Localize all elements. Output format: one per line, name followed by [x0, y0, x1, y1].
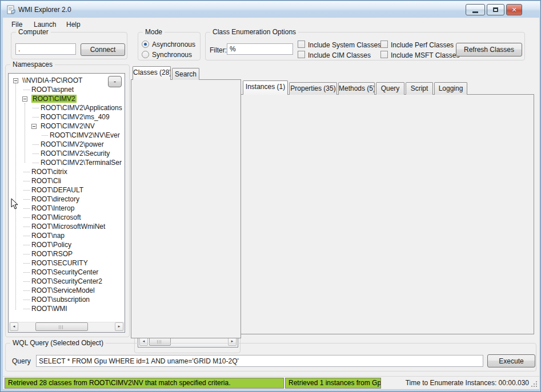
title-bar[interactable]: WMI Explorer 2.0 ✕: [1, 1, 540, 18]
tab-methods[interactable]: Methods (5): [338, 82, 375, 95]
tree-collapse-icon[interactable]: [31, 124, 37, 129]
tree-item[interactable]: ROOT\RSOP: [9, 249, 125, 258]
tree-item[interactable]: ROOT\CIMV2\Applications: [9, 103, 125, 112]
refresh-classes-button[interactable]: Refresh Classes: [456, 43, 522, 56]
tree-item[interactable]: ROOT\MicrosoftWmiNet: [9, 222, 125, 231]
tree-item[interactable]: ROOT\CIMV2\power: [9, 140, 125, 149]
checkbox-include-system-classes[interactable]: [298, 41, 305, 48]
tree-item-label: ROOT\WMI: [31, 305, 67, 313]
tree-collapse-icon[interactable]: [22, 96, 27, 102]
close-icon: ✕: [511, 6, 516, 14]
scroll-thumb[interactable]: [35, 322, 88, 331]
tree-item[interactable]: ROOT\CIMV2\Security: [9, 149, 125, 158]
scroll-left-icon[interactable]: ◄: [10, 322, 18, 331]
status-instances-message: Retrieved 1 instances from Gpu: [285, 378, 381, 389]
tree-item-label: ROOT\DEFAULT: [31, 186, 83, 194]
tree-item[interactable]: ROOT\SecurityCenter2: [9, 277, 125, 286]
close-button[interactable]: ✕: [506, 4, 522, 15]
minimize-button[interactable]: [466, 4, 485, 15]
tree-connector: [33, 144, 39, 145]
tree-connector: [23, 217, 30, 218]
tree-item[interactable]: ROOT\Microsoft: [9, 213, 125, 222]
maximize-icon: [493, 7, 498, 12]
tree-item[interactable]: ROOT\WMI: [9, 304, 125, 313]
connect-button[interactable]: Connect: [81, 43, 125, 56]
mouse-cursor-icon: [11, 198, 18, 209]
tree-connector: [33, 153, 39, 154]
classes-page: [131, 79, 241, 338]
radio-asynchronous[interactable]: [142, 41, 149, 48]
tree-connector: [33, 163, 39, 163]
tree-item[interactable]: ROOT\CIMV2\NV\Ever: [9, 131, 125, 140]
tab-query[interactable]: Query: [376, 82, 404, 95]
resize-grip-icon[interactable]: [536, 381, 537, 382]
namespaces-group-label: Namespaces: [10, 60, 55, 68]
computer-group-label: Computer: [16, 28, 51, 36]
tree-item[interactable]: ROOT\SecurityCenter: [9, 268, 125, 277]
tree-item[interactable]: ROOT\nap: [9, 231, 125, 240]
tree-connector: [23, 190, 30, 191]
tree-item[interactable]: ROOT\CIMV2\NV: [9, 122, 125, 131]
checkbox-include-cim-classes-label: Include CIM Classes: [308, 51, 371, 59]
tree-item[interactable]: ROOT\citrix: [9, 167, 125, 176]
maximize-button[interactable]: [487, 4, 504, 15]
tree-item[interactable]: ROOT\CIMV2\ms_409: [9, 112, 125, 122]
tree-connector: [23, 309, 30, 309]
checkbox-include-perf-classes-label: Include Perf Classes: [391, 41, 454, 49]
tree-item-label: ROOT\SECURITY: [31, 259, 88, 267]
tree-item-label: ROOT\MicrosoftWmiNet: [31, 223, 105, 231]
tree-connector: [23, 181, 30, 181]
tree-item[interactable]: ROOT\Interop: [9, 204, 125, 213]
class-filter-input[interactable]: [227, 43, 293, 55]
tree-item-label: ROOT\CIMV2\NV: [41, 122, 95, 130]
tree-item[interactable]: ROOT\aspnet: [9, 85, 125, 94]
tab-instances[interactable]: Instances (1): [243, 80, 288, 95]
tree-item-label: ROOT\SecurityCenter2: [31, 277, 102, 285]
tree-item[interactable]: ROOT\CIMV2: [9, 94, 125, 103]
tree-item[interactable]: \\NVIDIA-PC\ROOT: [9, 76, 125, 85]
wql-query-group-label: WQL Query (Selected Object): [10, 339, 106, 347]
app-icon: [6, 5, 15, 14]
tree-item[interactable]: ROOT\DEFAULT: [9, 185, 125, 195]
tab-search[interactable]: Search: [172, 68, 199, 80]
tree-item-label: ROOT\directory: [31, 195, 79, 203]
tree-item[interactable]: ROOT\subscription: [9, 295, 125, 304]
checkbox-include-cim-classes[interactable]: [298, 51, 305, 58]
tree-item-label: ROOT\CIMV2\TerminalSer: [41, 159, 122, 167]
tab-classes[interactable]: Classes (28): [133, 66, 171, 80]
scroll-right-icon[interactable]: ►: [115, 322, 123, 331]
tree-item[interactable]: ROOT\Cli: [9, 176, 125, 185]
tab-script[interactable]: Script: [406, 82, 433, 95]
tree-item[interactable]: ROOT\directory: [9, 195, 125, 204]
tab-logging[interactable]: Logging: [434, 82, 467, 95]
tree-item[interactable]: ROOT\ServiceModel: [9, 286, 125, 295]
tree-item-label: ROOT\CIMV2\ms_409: [41, 113, 110, 121]
checkbox-include-msft-classes[interactable]: [380, 51, 388, 58]
tree-item[interactable]: ROOT\Policy: [9, 240, 125, 249]
app-window: WMI Explorer 2.0 ✕ File Launch Help Comp…: [0, 0, 541, 392]
tree-item-label: ROOT\RSOP: [31, 250, 73, 258]
tree-item[interactable]: ROOT\CIMV2\TerminalSer: [9, 158, 125, 167]
tree-connector: [23, 172, 30, 172]
tree-connector: [23, 290, 30, 291]
tree-item-label: ROOT\subscription: [31, 296, 90, 304]
menu-help[interactable]: Help: [64, 20, 83, 29]
execute-button[interactable]: Execute: [487, 354, 535, 367]
tree-item-label: ROOT\CIMV2\NV\Ever: [50, 131, 120, 139]
tree-connector: [42, 135, 48, 136]
namespaces-hscrollbar[interactable]: ◄ ►: [9, 322, 124, 332]
tab-properties[interactable]: Properties (35): [289, 82, 337, 95]
status-enumeration-time: Time to Enumerate Instances: 00:00.030: [406, 379, 529, 387]
tree-connector: [23, 281, 30, 282]
status-classes-message: Retrieved 28 classes from ROOT\CIMV2\NV …: [5, 378, 284, 389]
tree-item-label: ROOT\CIMV2\Applications: [41, 104, 122, 112]
radio-synchronous[interactable]: [142, 51, 149, 58]
tree-item-label: ROOT\aspnet: [31, 86, 74, 94]
tree-collapse-icon[interactable]: [13, 78, 18, 83]
filter-label: Filter:: [210, 46, 227, 54]
tree-item[interactable]: ROOT\SECURITY: [9, 258, 125, 268]
query-input[interactable]: [36, 355, 483, 367]
computer-input[interactable]: [15, 43, 76, 55]
checkbox-include-perf-classes[interactable]: [380, 41, 388, 48]
namespaces-collapse-button[interactable]: -: [108, 76, 122, 87]
